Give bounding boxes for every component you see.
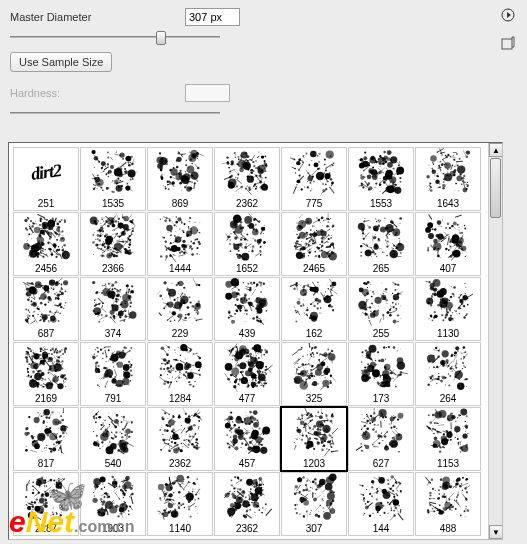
new-preset-icon[interactable] [501, 36, 515, 50]
svg-point-3484 [35, 426, 36, 427]
brush-preset[interactable]: 869 [147, 147, 213, 211]
svg-point-3071 [252, 379, 253, 380]
master-diameter-input[interactable] [185, 8, 240, 26]
svg-point-4860 [321, 506, 322, 507]
brush-preset[interactable]: 1130 [415, 277, 481, 341]
svg-point-4486 [109, 500, 110, 501]
svg-point-4116 [370, 451, 371, 452]
brush-preset[interactable]: 162 [281, 277, 347, 341]
brush-preset[interactable]: 1553 [348, 147, 414, 211]
svg-point-1099 [178, 257, 179, 258]
svg-point-2700 [122, 350, 124, 352]
svg-point-461 [372, 166, 374, 168]
brush-preset[interactable]: 255 [348, 277, 414, 341]
brush-preset[interactable]: dirt2251 [13, 147, 79, 211]
brush-preset[interactable]: 2366 [80, 212, 146, 276]
svg-point-2290 [313, 318, 314, 319]
brush-preset[interactable]: 2362 [214, 472, 280, 536]
svg-point-2658 [59, 384, 60, 385]
svg-point-4129 [363, 439, 364, 440]
brush-preset[interactable]: 439 [214, 277, 280, 341]
svg-line-2858 [189, 364, 190, 366]
svg-point-3531 [46, 445, 47, 446]
brush-preset[interactable]: 2465 [281, 212, 347, 276]
brush-preset[interactable]: 2287 [13, 472, 79, 536]
svg-point-586 [375, 160, 376, 161]
svg-point-2732 [97, 347, 99, 349]
svg-point-4447 [128, 510, 130, 512]
brush-preset[interactable]: 540 [80, 407, 146, 471]
svg-point-4857 [303, 516, 305, 518]
brush-size-label: 144 [349, 522, 413, 536]
brush-thumbnail [349, 213, 413, 262]
brush-preset[interactable]: 325 [281, 342, 347, 406]
scroll-up-icon[interactable]: ▲ [489, 143, 503, 157]
svg-point-1972 [116, 314, 117, 315]
svg-point-4375 [30, 504, 31, 505]
svg-point-3500 [58, 449, 60, 451]
brush-preset[interactable]: 791 [80, 342, 146, 406]
scroll-down-icon[interactable]: ▼ [489, 525, 503, 539]
svg-line-2180 [235, 286, 240, 291]
svg-point-800 [58, 250, 59, 251]
svg-point-2705 [112, 362, 114, 364]
scrollbar[interactable]: ▲ ▼ [488, 143, 502, 539]
brush-thumbnail [416, 343, 480, 392]
brush-preset[interactable]: 775 [281, 147, 347, 211]
svg-point-3299 [396, 384, 397, 385]
brush-preset[interactable]: 627 [348, 407, 414, 471]
slider-thumb[interactable] [156, 31, 166, 45]
svg-point-2888 [169, 378, 170, 379]
svg-point-3289 [365, 357, 366, 358]
svg-point-4368 [27, 502, 28, 503]
svg-point-4878 [371, 495, 373, 497]
brush-preset[interactable]: 477 [214, 342, 280, 406]
brush-preset[interactable]: 264 [415, 342, 481, 406]
brush-preset[interactable]: 173 [348, 342, 414, 406]
brush-preset[interactable]: 1903 [80, 472, 146, 536]
brush-preset[interactable]: 407 [415, 212, 481, 276]
brush-preset[interactable]: 687 [13, 277, 79, 341]
brush-preset[interactable]: 2362 [147, 407, 213, 471]
brush-preset[interactable]: 307 [281, 472, 347, 536]
brush-preset[interactable]: 1153 [415, 407, 481, 471]
svg-point-3303 [372, 360, 373, 361]
svg-point-4122 [370, 415, 372, 417]
brush-preset[interactable]: 2456 [13, 212, 79, 276]
svg-point-4938 [400, 491, 402, 493]
svg-point-4836 [323, 512, 331, 520]
svg-point-211 [191, 185, 192, 186]
svg-point-862 [28, 245, 30, 247]
svg-point-4577 [192, 494, 193, 495]
brush-preset[interactable]: 1535 [80, 147, 146, 211]
svg-point-1775 [65, 302, 67, 304]
brush-preset[interactable]: 1203 [281, 407, 347, 471]
brush-preset[interactable]: 488 [415, 472, 481, 536]
brush-preset[interactable]: 2362 [214, 147, 280, 211]
brush-preset[interactable]: 457 [214, 407, 280, 471]
brush-preset[interactable]: 2169 [13, 342, 79, 406]
svg-point-920 [93, 254, 94, 255]
brush-preset[interactable]: 1140 [147, 472, 213, 536]
brush-preset[interactable]: 1652 [214, 212, 280, 276]
use-sample-size-button[interactable]: Use Sample Size [10, 52, 112, 72]
brush-preset[interactable]: 1284 [147, 342, 213, 406]
svg-point-4832 [315, 493, 316, 494]
master-diameter-slider[interactable] [10, 30, 220, 44]
brush-preset[interactable]: 144 [348, 472, 414, 536]
svg-point-1778 [34, 303, 35, 304]
brush-preset[interactable]: 1444 [147, 212, 213, 276]
brush-preset[interactable]: 817 [13, 407, 79, 471]
svg-point-301 [255, 160, 257, 162]
svg-line-4203 [432, 416, 437, 422]
svg-point-3889 [240, 447, 241, 448]
svg-point-984 [101, 219, 103, 221]
brush-preset[interactable]: 229 [147, 277, 213, 341]
scroll-thumb[interactable] [490, 158, 501, 218]
svg-point-4395 [36, 504, 37, 505]
brush-preset[interactable]: 1643 [415, 147, 481, 211]
svg-point-2791 [125, 347, 127, 349]
brush-preset[interactable]: 265 [348, 212, 414, 276]
svg-point-2427 [442, 319, 444, 321]
brush-preset[interactable]: 374 [80, 277, 146, 341]
